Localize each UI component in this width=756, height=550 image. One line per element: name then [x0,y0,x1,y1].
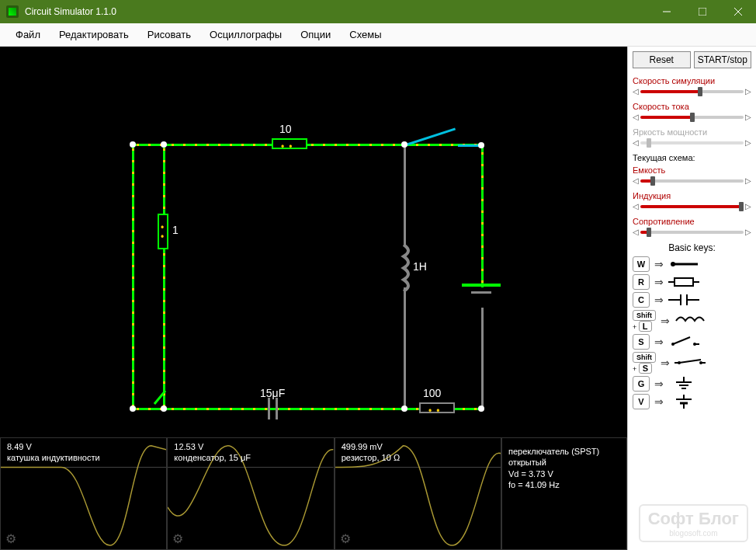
legend-sym-capacitor [668,293,699,307]
arrow-icon: ⇒ [654,378,664,390]
resistor-bottom[interactable]: •• [419,402,455,413]
legend-key-3: Shift+ L [633,310,656,332]
info-line-1: переключатель (SPST) [508,447,599,456]
arrow-icon: ⇒ [654,395,664,408]
titlebar: Circuit Simulator 1.1.0 [0,0,756,23]
sim-slider-1[interactable] [640,116,744,119]
scope-3-voltage: 499.99 mV [342,442,383,451]
legend-sym-switch-open [668,335,699,349]
menu-circuits[interactable]: Схемы [340,26,390,44]
scheme-dec-2[interactable]: ◁ [633,228,639,236]
scope-2[interactable]: 12.53 Vконденсатор, 15 μF ⚙ [167,437,334,550]
scope-2-gear-icon[interactable]: ⚙ [172,531,183,546]
info-panel: переключатель (SPST) открытый Vd = 3.73 … [501,437,627,550]
legend-sym-wire [668,257,699,271]
resistor-top-label: 10 [279,123,292,135]
voltage-source[interactable] [462,284,501,294]
scope-2-desc: конденсатор, 15 μF [174,453,251,462]
menu-file[interactable]: Файл [6,26,50,44]
svg-line-21 [679,360,701,363]
sim-dec-0[interactable]: ◁ [633,87,639,96]
scheme-slider-2[interactable] [640,231,744,234]
sim-dec-1[interactable]: ◁ [633,113,639,121]
info-line-4: fo = 41.09 Hz [508,480,560,489]
reset-button[interactable]: Reset [633,51,691,68]
scope-2-voltage: 12.53 V [174,442,203,451]
scheme-dec-1[interactable]: ◁ [633,202,639,211]
maximize-button[interactable] [685,0,720,23]
scope-3-gear-icon[interactable]: ⚙ [340,531,351,546]
resistor-top[interactable]: •• [272,138,307,149]
resistor-left[interactable]: •• [158,214,168,249]
sim-inc-2[interactable]: ▷ [745,138,751,147]
menu-scopes[interactable]: Осциллографы [200,26,291,44]
svg-rect-10 [675,278,693,286]
inductor-label: 1H [413,260,427,273]
sidebar: Reset START/stop Скорость симуляции ◁ ▷ … [627,47,756,550]
scheme-inc-2[interactable]: ▷ [745,228,751,236]
circuit-canvas[interactable]: •• 10 •• 1 •• 100 15μF 1H [0,47,627,550]
legend-key-7: V [633,394,650,409]
sim-inc-1[interactable]: ▷ [745,113,751,121]
menu-options[interactable]: Опции [291,26,340,44]
resistor-bottom-label: 100 [423,387,441,399]
menu-draw[interactable]: Рисовать [138,26,200,44]
arrow-icon: ⇒ [661,357,670,369]
minimize-button[interactable] [649,0,685,23]
arrow-icon: ⇒ [654,294,664,306]
scope-1[interactable]: 8.49 Vкатушка индуктивности ⚙ [0,437,167,550]
scope-1-voltage: 8.49 V [7,442,32,451]
legend-key-2: C [633,292,650,308]
legend-key-4: S [633,334,650,350]
arrow-icon: ⇒ [661,315,670,327]
svg-line-17 [673,337,690,344]
arrow-icon: ⇒ [654,276,664,288]
capacitor-label: 15μF [260,387,285,399]
legend-key-0: W [633,256,650,272]
sim-slider-2[interactable] [640,141,744,144]
menubar: Файл Редактировать Рисовать Осциллографы… [0,23,756,47]
sim-slider-0[interactable] [640,90,744,93]
scheme-slider-1[interactable] [640,205,744,208]
legend-title: Basic keys: [633,242,751,253]
legend-sym-switch-closed [675,356,706,370]
window-title: Circuit Simulator 1.1.0 [25,6,649,17]
arrow-icon: ⇒ [654,336,664,348]
legend-sym-source [668,395,699,409]
legend-sym-resistor [668,275,699,289]
scope-1-gear-icon[interactable]: ⚙ [5,531,16,546]
sim-label-2: Яркость мощности [633,127,751,137]
legend-key-1: R [633,274,650,290]
close-button[interactable] [720,0,756,23]
scope-3[interactable]: 499.99 mVрезистор, 10 Ω ⚙ [335,437,501,550]
scheme-label-2: Сопротивление [633,217,751,226]
sim-inc-0[interactable]: ▷ [745,87,751,96]
scheme-dec-0[interactable]: ◁ [633,176,639,185]
sim-dec-2[interactable]: ◁ [633,138,639,147]
svg-rect-1 [699,8,706,16]
legend-key-5: Shift+ S [633,352,656,374]
scheme-label: Текущая схема: [633,153,751,162]
legend-sym-inductor [675,314,706,328]
app-icon [6,5,19,18]
sim-label-0: Скорость симуляции [633,76,751,85]
scheme-inc-0[interactable]: ▷ [745,176,751,185]
menu-edit[interactable]: Редактировать [50,26,138,44]
sim-label-1: Скорость тока [633,102,751,111]
arrow-icon: ⇒ [654,258,664,270]
scope-1-desc: катушка индуктивности [7,453,100,462]
resistor-left-label: 1 [172,224,179,236]
info-line-2: открытый [508,458,546,467]
scheme-slider-0[interactable] [640,179,744,183]
info-line-3: Vd = 3.73 V [508,469,553,479]
scope-area: 8.49 Vкатушка индуктивности ⚙ 12.53 Vкон… [0,437,627,550]
inductor-element[interactable] [394,245,413,291]
scheme-label-0: Емкость [633,165,751,175]
legend-sym-ground [668,377,699,391]
scheme-label-1: Индукция [633,191,751,200]
scope-3-desc: резистор, 10 Ω [342,453,400,462]
legend-key-6: G [633,376,650,392]
start-stop-button[interactable]: START/stop [694,51,752,68]
scheme-inc-1[interactable]: ▷ [745,202,751,211]
